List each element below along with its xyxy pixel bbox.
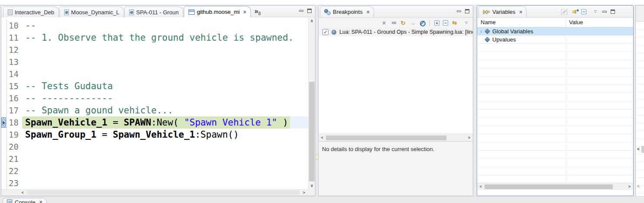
scrollbar-corner (308, 189, 315, 196)
close-icon[interactable]: × (39, 199, 42, 203)
editor-tab-interactive-deb[interactable]: Interactive_Deb (3, 6, 59, 17)
clipped-panel-toolbar (636, 6, 644, 22)
skip-all-breakpoints-icon[interactable] (419, 20, 425, 26)
code-line-22[interactable]: 22 (1, 165, 308, 177)
code-text: -- Tests Gudauta (22, 80, 308, 92)
code-line-18[interactable]: 18Spawn_Vehicle_1 = SPAWN:New( "Spawn Ve… (1, 116, 308, 129)
reapply-breakpoints-icon[interactable]: ↻ (400, 20, 406, 26)
variables-horizontal-scrollbar[interactable]: < > (477, 183, 633, 190)
scrollbar-thumb[interactable] (326, 135, 446, 140)
minimize-icon[interactable] (299, 10, 303, 12)
collapse-all-icon[interactable]: − (443, 20, 448, 26)
code-token: = (96, 129, 113, 140)
remove-all-breakpoints-icon[interactable]: ×× (390, 20, 397, 26)
maximize-icon[interactable] (611, 10, 615, 14)
code-line-23[interactable]: 23 (1, 177, 308, 189)
breakpoints-horizontal-scrollbar[interactable]: < > (319, 134, 473, 141)
close-icon[interactable]: × (519, 9, 522, 15)
sash-grip[interactable] (315, 154, 319, 160)
tab-label: Moose_Dynamic_L (71, 9, 119, 16)
collapse-all-icon[interactable]: − (581, 9, 586, 14)
show-logical-structure-icon[interactable] (561, 9, 567, 14)
view-menu-icon[interactable]: ▽ (592, 9, 598, 15)
breakpoints-tab-bar: Breakpoints × (319, 6, 473, 18)
code-line-11[interactable]: 11-- 1. Observe that the ground vehicle … (1, 32, 308, 44)
breakpoint-item[interactable]: ✓Lua: SPA-011 - Ground Ops - Simple Spaw… (319, 28, 473, 36)
editor-tab-spa-011-groun[interactable]: SPA-011 - Groun (124, 6, 183, 17)
editor-tab-github-moose-mi[interactable]: github.moose_mi× (184, 6, 251, 17)
debug-line-highlight: Spawn_Vehicle_1 = SPAWN:New( "Spawn Vehi… (22, 116, 290, 129)
breakpoint-checkbox[interactable]: ✓ (322, 29, 329, 35)
scroll-left-icon[interactable]: < (637, 147, 640, 151)
maximize-icon[interactable] (307, 9, 312, 13)
gutter-margin (1, 104, 7, 116)
editor-vertical-scrollbar[interactable]: ∧ ∨ (308, 18, 315, 189)
column-header-name[interactable]: Name (481, 19, 496, 26)
tab-overflow-button[interactable]: »8 (254, 7, 260, 16)
code-text (22, 56, 308, 68)
code-line-13[interactable]: 13 (1, 56, 308, 68)
code-token: -- ------------- (25, 93, 113, 103)
variable-row-upvalues[interactable]: Upvalues (477, 35, 633, 44)
scrollbar-thumb[interactable] (309, 82, 315, 181)
code-token: :New( (151, 117, 184, 128)
goto-breakpoint-file-icon[interactable]: → (410, 20, 416, 26)
code-line-19[interactable]: 19Spawn_Group_1 = Spawn_Vehicle_1:Spawn(… (1, 129, 308, 141)
line-number: 14 (7, 68, 22, 80)
maximize-icon[interactable] (465, 9, 469, 13)
close-icon[interactable]: × (367, 9, 370, 15)
code-editor[interactable]: 10--11-- 1. Observe that the ground vehi… (1, 18, 308, 189)
code-line-15[interactable]: 15-- Tests Gudauta (1, 80, 308, 92)
tab-console[interactable]: Console × (3, 198, 47, 203)
scrollbar-thumb[interactable] (641, 146, 644, 153)
close-icon[interactable]: × (243, 9, 246, 15)
remove-breakpoint-icon[interactable]: × (381, 20, 387, 26)
line-number: 12 (7, 44, 22, 56)
gutter-margin (1, 19, 7, 32)
tab-breakpoints[interactable]: Breakpoints × (320, 6, 374, 17)
toolbar-separator (429, 20, 430, 26)
scroll-right-icon[interactable]: > (466, 135, 472, 141)
column-header-value[interactable]: Value (569, 19, 583, 26)
code-line-10[interactable]: 10-- (1, 19, 308, 32)
code-line-21[interactable]: 21 (1, 153, 308, 165)
expand-chevron-icon[interactable]: › (477, 28, 485, 35)
code-line-17[interactable]: 17-- Spawn a gound vehicle... (1, 104, 308, 116)
link-with-debug-view-icon[interactable]: ⇆ (452, 20, 458, 26)
code-line-14[interactable]: 14 (1, 68, 308, 80)
code-line-16[interactable]: 16-- ------------- (1, 92, 308, 104)
gutter-margin (1, 32, 7, 44)
editor-tab-moose-dynamic-l[interactable]: Moose_Dynamic_L (59, 6, 124, 17)
scrollbar-thumb[interactable] (485, 184, 613, 189)
breakpoint-label: Lua: SPA-011 - Ground Ops - Simple Spawn… (339, 29, 473, 35)
scroll-up-icon[interactable]: ∧ (309, 18, 315, 24)
line-number: 17 (7, 104, 22, 116)
variable-row-global-variables[interactable]: ›Global Variables (477, 27, 633, 35)
code-token: Spawn_Group_1 (25, 129, 96, 140)
scroll-right-icon[interactable]: > (301, 190, 307, 196)
scroll-right-icon[interactable]: > (626, 184, 633, 190)
code-text (22, 153, 308, 165)
scroll-left-icon[interactable]: < (319, 135, 325, 141)
scroll-down-icon[interactable]: ∨ (309, 183, 315, 189)
variables-table[interactable]: ›Global VariablesUpvalues (477, 27, 633, 183)
tab-variables[interactable]: (x)= Variables × (478, 6, 527, 17)
editor-horizontal-scrollbar[interactable]: < > (1, 189, 308, 196)
scroll-left-icon[interactable]: < (637, 184, 640, 189)
code-text: -- ------------- (22, 92, 308, 104)
code-token: "Spawn Vehicle 1" (184, 117, 277, 128)
expand-all-icon[interactable]: + (434, 20, 439, 26)
code-line-20[interactable]: 20 (1, 141, 308, 153)
arrow-tree-icon[interactable]: ⇉ (571, 9, 577, 15)
console-icon (7, 200, 12, 203)
code-text (22, 177, 308, 189)
scroll-left-icon[interactable]: < (478, 184, 484, 190)
clipped-panel-rows (636, 22, 644, 196)
code-line-12[interactable]: 12 (1, 44, 308, 56)
minimize-icon[interactable] (602, 11, 607, 13)
scroll-left-icon[interactable]: < (20, 190, 26, 196)
breakpoints-list[interactable]: ✓Lua: SPA-011 - Ground Ops - Simple Spaw… (319, 28, 473, 141)
minimize-icon[interactable] (457, 10, 461, 12)
scrollbar-thumb[interactable] (27, 190, 299, 195)
view-menu-icon[interactable]: ▽ (463, 20, 469, 26)
